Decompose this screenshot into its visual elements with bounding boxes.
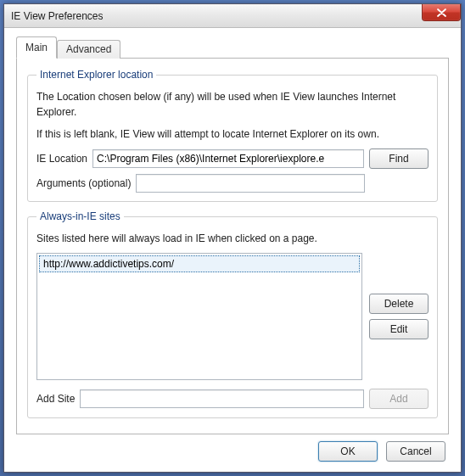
group-always-ie: Always-in-IE sites Sites listed here wil…: [27, 210, 438, 418]
arguments-input[interactable]: [136, 174, 365, 193]
tab-advanced-label: Advanced: [66, 43, 111, 55]
add-site-label: Add Site: [36, 393, 75, 405]
tab-main[interactable]: Main: [16, 36, 57, 59]
preferences-window: IE View Preferences Main Advanced Intern…: [3, 3, 462, 473]
cancel-button[interactable]: Cancel: [386, 441, 445, 462]
ie-location-row: IE Location Find: [36, 148, 429, 169]
add-site-input[interactable]: [80, 389, 364, 408]
site-item[interactable]: http://www.addictivetips.com/: [39, 255, 360, 272]
sites-area: http://www.addictivetips.com/ Delete Edi…: [36, 253, 429, 380]
group-ie-location: Internet Explorer location The Location …: [27, 69, 438, 202]
tab-main-label: Main: [25, 42, 48, 53]
add-button[interactable]: Add: [369, 389, 429, 409]
tabstrip: Main Advanced: [16, 36, 449, 59]
ie-location-label: IE Location: [36, 153, 87, 165]
always-ie-help: Sites listed here will always load in IE…: [36, 231, 429, 246]
tab-advanced[interactable]: Advanced: [57, 40, 120, 59]
ie-location-help2: If this is left blank, IE View will atte…: [36, 126, 429, 142]
arguments-label: Arguments (optional): [36, 177, 131, 189]
group-ie-location-legend: Internet Explorer location: [36, 69, 156, 81]
close-icon: [437, 8, 446, 17]
ie-location-input[interactable]: [92, 149, 364, 168]
client-area: Main Advanced Internet Explorer location…: [4, 28, 461, 472]
group-always-ie-legend: Always-in-IE sites: [36, 210, 124, 222]
ie-location-help1: The Location chosen below (if any) will …: [36, 89, 429, 120]
add-site-row: Add Site Add: [36, 389, 429, 409]
sites-listbox[interactable]: http://www.addictivetips.com/: [36, 253, 362, 380]
window-title: IE View Preferences: [11, 10, 104, 22]
titlebar: IE View Preferences: [4, 4, 461, 28]
ok-button[interactable]: OK: [318, 441, 378, 462]
sites-side-buttons: Delete Edit: [369, 253, 429, 380]
arguments-row: Arguments (optional): [36, 174, 429, 193]
close-button[interactable]: [422, 4, 461, 21]
edit-button[interactable]: Edit: [369, 319, 429, 339]
find-button[interactable]: Find: [369, 148, 429, 169]
tab-panel-main: Internet Explorer location The Location …: [16, 58, 449, 434]
dialog-footer: OK Cancel: [16, 434, 449, 462]
delete-button[interactable]: Delete: [369, 294, 429, 314]
